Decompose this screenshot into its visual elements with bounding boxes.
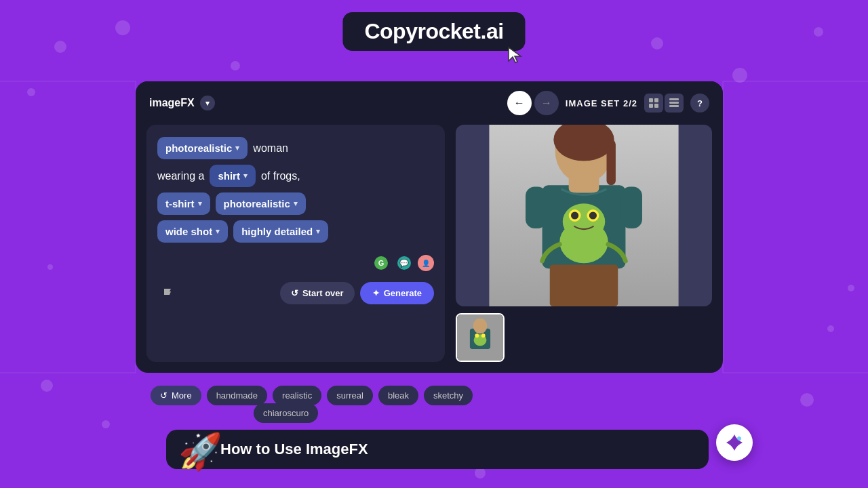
help-button[interactable]: ? <box>690 94 709 113</box>
svg-rect-29 <box>526 187 547 228</box>
chip-more[interactable]: ↺ More <box>151 386 201 405</box>
top-bar: imageFX ▾ ← → IMAGE SET 2/2 <box>136 81 723 125</box>
action-buttons: ↺ Start over ✦ Generate <box>280 282 434 304</box>
rocket-icon: 🚀 <box>178 434 222 469</box>
chevron-icon: ▾ <box>235 144 239 152</box>
chevron-icon: ▾ <box>216 227 220 236</box>
nav-arrows: ← → <box>507 91 559 115</box>
chevron-icon: ▾ <box>198 199 202 208</box>
tag-photorealistic-2[interactable]: photorealistic ▾ <box>216 192 306 215</box>
app-window: imageFX ▾ ← → IMAGE SET 2/2 <box>136 81 723 373</box>
app-logo[interactable]: imageFX ▾ <box>149 96 215 110</box>
bottom-banner: 🚀 How to Use ImageFX <box>166 430 709 469</box>
prompt-row-1: photorealistic ▾ woman <box>157 137 434 159</box>
svg-point-36 <box>475 333 479 338</box>
svg-rect-10 <box>669 98 679 100</box>
tag-highly-detailed[interactable]: highly detailed ▾ <box>233 220 328 243</box>
image-set-label: IMAGE SET 2/2 <box>566 98 637 108</box>
prompt-panel: photorealistic ▾ woman wearing a shirt ▾… <box>146 125 445 362</box>
generate-button[interactable]: ✦ Generate <box>360 282 434 304</box>
svg-point-38 <box>737 436 741 441</box>
sparkle-icon: ✦ <box>372 288 380 298</box>
svg-rect-7 <box>654 98 658 102</box>
suggestions-row: ↺ More handmade realistic surreal bleak … <box>148 386 475 405</box>
tag-wide-shot[interactable]: wide shot ▾ <box>157 220 228 243</box>
svg-rect-30 <box>621 187 642 228</box>
svg-rect-22 <box>607 140 616 185</box>
image-panel <box>456 125 712 362</box>
gemini-icon[interactable]: G <box>372 253 391 272</box>
chip-surreal[interactable]: surreal <box>327 386 373 405</box>
start-over-button[interactable]: ↺ Start over <box>280 282 355 304</box>
svg-rect-12 <box>669 105 679 107</box>
svg-text:G: G <box>378 259 384 267</box>
user-avatar: 👤 <box>418 255 434 271</box>
prompt-row-3: t-shirt ▾ photorealistic ▾ <box>157 192 434 215</box>
site-title: Copyrocket.ai <box>342 12 525 51</box>
flag-button[interactable] <box>157 283 179 304</box>
view-icons <box>644 94 684 113</box>
chat-icon[interactable]: 💬 <box>395 253 414 272</box>
next-arrow[interactable]: → <box>534 91 559 115</box>
plain-of-frogs: of frogs, <box>261 167 300 185</box>
tag-photorealistic-1[interactable]: photorealistic ▾ <box>157 137 248 159</box>
logo-badge: ▾ <box>200 96 215 110</box>
svg-point-28 <box>589 211 597 219</box>
chevron-icon: ▾ <box>243 171 248 180</box>
prompt-icons: G 💬 👤 <box>157 253 434 272</box>
thumbnail-1[interactable] <box>456 313 505 362</box>
svg-rect-11 <box>669 102 679 104</box>
refresh-icon: ↺ <box>291 288 298 298</box>
chip-bleak[interactable]: bleak <box>378 386 418 405</box>
app-name: imageFX <box>149 97 195 109</box>
thumbnail-row <box>456 313 712 362</box>
action-row: ↺ Start over ✦ Generate <box>157 282 434 304</box>
grid-view-icon[interactable] <box>644 94 663 113</box>
chip-chiaroscuro[interactable]: chiaroscuro <box>254 403 318 423</box>
svg-point-34 <box>473 319 488 334</box>
chip-sketchy[interactable]: sketchy <box>424 386 473 405</box>
chevron-icon: ▾ <box>294 199 298 208</box>
svg-rect-8 <box>649 104 653 108</box>
banner-text: How to Use ImageFX <box>220 441 368 458</box>
svg-point-27 <box>571 211 578 219</box>
tag-shirt[interactable]: shirt ▾ <box>210 165 256 187</box>
main-image[interactable] <box>456 125 712 306</box>
content-area: photorealistic ▾ woman wearing a shirt ▾… <box>136 125 723 373</box>
svg-point-37 <box>481 333 486 338</box>
prompt-row-2: wearing a shirt ▾ of frogs, <box>157 165 434 187</box>
ai-fab-button[interactable] <box>716 424 753 461</box>
refresh-small-icon: ↺ <box>160 390 167 401</box>
tag-tshirt[interactable]: t-shirt ▾ <box>157 192 210 215</box>
svg-point-24 <box>563 203 606 240</box>
plain-woman: woman <box>253 140 288 157</box>
plain-wearing: wearing a <box>157 167 204 185</box>
top-right-controls: ← → IMAGE SET 2/2 <box>507 91 709 115</box>
svg-rect-31 <box>550 265 618 306</box>
svg-rect-9 <box>654 104 658 108</box>
svg-text:💬: 💬 <box>399 258 409 268</box>
chip-handmade[interactable]: handmade <box>207 386 267 405</box>
chevron-icon: ▾ <box>316 227 320 236</box>
prompt-row-4: wide shot ▾ highly detailed ▾ <box>157 220 434 243</box>
svg-rect-6 <box>649 98 653 102</box>
chip-realistic[interactable]: realistic <box>273 386 321 405</box>
list-view-icon[interactable] <box>665 94 684 113</box>
prev-arrow[interactable]: ← <box>507 91 532 115</box>
